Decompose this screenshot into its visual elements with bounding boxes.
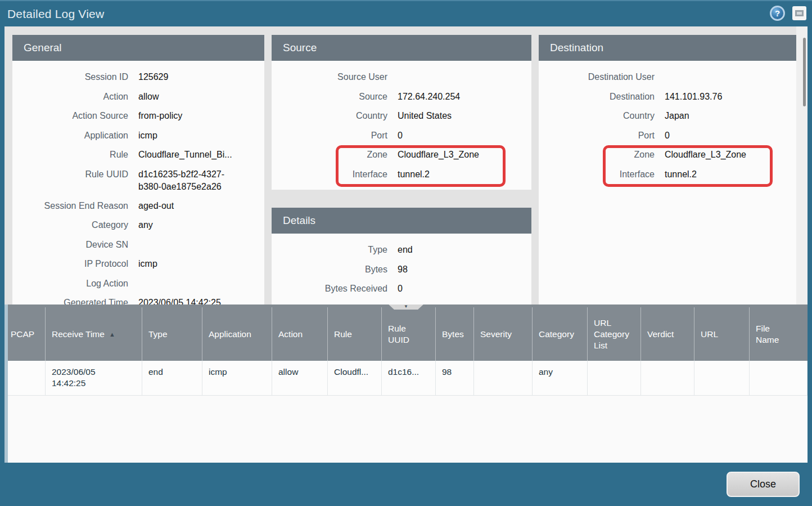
column-header-category[interactable]: Category xyxy=(533,307,588,361)
field-label: Destination xyxy=(539,91,655,103)
row-generated-time: Generated Time 2023/06/05 14:42:25 xyxy=(12,293,264,305)
cell-category: any xyxy=(533,361,588,396)
row-destination-user: Destination User xyxy=(539,68,796,87)
field-value: United States xyxy=(398,110,452,122)
vertical-scrollbar-track xyxy=(796,26,808,305)
field-label: Country xyxy=(539,110,655,122)
cell-verdict xyxy=(641,361,694,396)
row-source-user: Source User xyxy=(272,68,531,87)
close-button[interactable]: Close xyxy=(727,472,800,497)
row-destination-zone: Zone Cloudflare_L3_Zone xyxy=(539,145,796,165)
cell-url-category-list xyxy=(588,361,641,396)
log-table-row[interactable]: 2023/06/05 14:42:25 end icmp allow Cloud… xyxy=(4,361,808,396)
field-label: Session ID xyxy=(12,71,128,83)
field-label: Source User xyxy=(272,71,387,83)
field-value: allow xyxy=(138,91,159,103)
log-table-header: PCAP Receive Time ▲ Type Application Act… xyxy=(4,305,808,361)
row-source-interface: Interface tunnel.2 xyxy=(272,165,531,185)
row-bytes: Bytes 98 xyxy=(272,260,531,280)
field-value: icmp xyxy=(138,258,157,270)
column-header-application[interactable]: Application xyxy=(202,307,272,361)
column-header-action[interactable]: Action xyxy=(272,307,328,361)
row-source-country: Country United States xyxy=(272,106,531,126)
field-label: Zone xyxy=(539,149,655,161)
cell-rule-uuid: d1c16... xyxy=(382,361,436,396)
detailed-log-view-dialog: Detailed Log View ? General Session ID 1… xyxy=(0,0,812,506)
column-header-verdict[interactable]: Verdict xyxy=(641,307,694,361)
cell-pcap xyxy=(4,361,46,396)
field-label: Interface xyxy=(539,168,655,181)
vertical-scrollbar-thumb[interactable] xyxy=(803,38,806,106)
source-panel: Source Source User Source 172.64.240.254… xyxy=(272,35,531,190)
cell-type: end xyxy=(142,361,202,396)
field-label: Bytes Received xyxy=(272,283,387,295)
row-session-id: Session ID 125629 xyxy=(12,68,264,87)
column-header-severity[interactable]: Severity xyxy=(474,307,533,361)
column-header-pcap[interactable]: PCAP xyxy=(4,307,46,361)
chevron-down-icon: ▼ xyxy=(404,305,408,309)
column-header-type[interactable]: Type xyxy=(142,307,202,361)
maximize-window-icon[interactable] xyxy=(792,6,806,20)
general-panel-header: General xyxy=(12,35,264,61)
field-label: Category xyxy=(12,219,128,231)
field-value: 141.101.93.76 xyxy=(665,91,722,103)
field-label: Action Source xyxy=(12,110,128,122)
cell-action: allow xyxy=(272,361,328,396)
field-value: from-policy xyxy=(138,110,182,122)
row-type: Type end xyxy=(272,240,531,260)
field-value: 0 xyxy=(665,129,670,142)
field-value: Japan xyxy=(665,110,689,122)
column-header-url-category-list[interactable]: URL Category List xyxy=(588,307,641,361)
column-header-receive-time[interactable]: Receive Time ▲ xyxy=(46,307,142,361)
cell-url xyxy=(694,361,750,396)
destination-panel: Destination Destination User Destination… xyxy=(539,35,796,305)
cell-severity xyxy=(474,361,533,396)
row-session-end-reason: Session End Reason aged-out xyxy=(12,196,264,216)
table-left-accent xyxy=(4,305,8,463)
titlebar: Detailed Log View ? xyxy=(0,0,812,26)
row-destination-interface: Interface tunnel.2 xyxy=(539,165,796,185)
window-pane-glyph xyxy=(795,10,804,16)
field-label: Log Action xyxy=(12,277,128,290)
field-label: Session End Reason xyxy=(12,200,128,212)
row-destination-country: Country Japan xyxy=(539,106,796,126)
help-icon[interactable]: ? xyxy=(770,6,785,21)
general-panel: General Session ID 125629 Action allow A… xyxy=(12,35,264,305)
field-label: IP Protocol xyxy=(12,258,128,270)
row-ip-protocol: IP Protocol icmp xyxy=(12,254,264,274)
column-header-rule-uuid[interactable]: Rule UUID xyxy=(382,307,436,361)
column-header-bytes[interactable]: Bytes xyxy=(436,307,474,361)
details-panel-header: Details xyxy=(272,208,531,234)
field-value: 0 xyxy=(398,129,403,142)
cell-application: icmp xyxy=(202,361,272,396)
field-value: icmp xyxy=(138,129,157,142)
column-header-rule[interactable]: Rule xyxy=(328,307,382,361)
row-bytes-received: Bytes Received 0 xyxy=(272,279,531,299)
cell-receive-time: 2023/06/05 14:42:25 xyxy=(46,361,142,396)
cell-bytes: 98 xyxy=(436,361,474,396)
log-table-section: ▼ PCAP Receive Time ▲ Type Application A… xyxy=(4,305,808,463)
cell-rule: Cloudfl... xyxy=(328,361,382,396)
cell-file-name xyxy=(750,361,808,396)
sort-ascending-icon: ▲ xyxy=(109,329,115,340)
row-action-source: Action Source from-policy xyxy=(12,106,264,126)
destination-panel-header: Destination xyxy=(539,35,796,61)
row-destination-address: Destination 141.101.93.76 xyxy=(539,87,796,107)
field-label: Rule xyxy=(12,149,128,161)
field-value: Cloudflare_Tunnel_Bi... xyxy=(138,149,232,161)
field-value: d1c16235-b2f2-4327-b380-0ae1875e2a26 xyxy=(138,168,233,193)
row-category: Category any xyxy=(12,216,264,235)
field-value: Cloudflare_L3_Zone xyxy=(398,149,479,161)
field-label: Bytes xyxy=(272,263,387,276)
field-label: Zone xyxy=(272,149,387,161)
field-value: any xyxy=(138,219,153,231)
field-label: Action xyxy=(12,91,128,103)
column-header-file-name[interactable]: File Name xyxy=(750,307,808,361)
field-label: Country xyxy=(272,110,387,122)
column-header-url[interactable]: URL xyxy=(694,307,750,361)
row-action: Action allow xyxy=(12,87,264,107)
row-source-address: Source 172.64.240.254 xyxy=(272,87,531,107)
field-value: 2023/06/05 14:42:25 xyxy=(138,297,221,305)
row-rule: Rule Cloudflare_Tunnel_Bi... xyxy=(12,145,264,165)
field-value: tunnel.2 xyxy=(665,168,697,181)
